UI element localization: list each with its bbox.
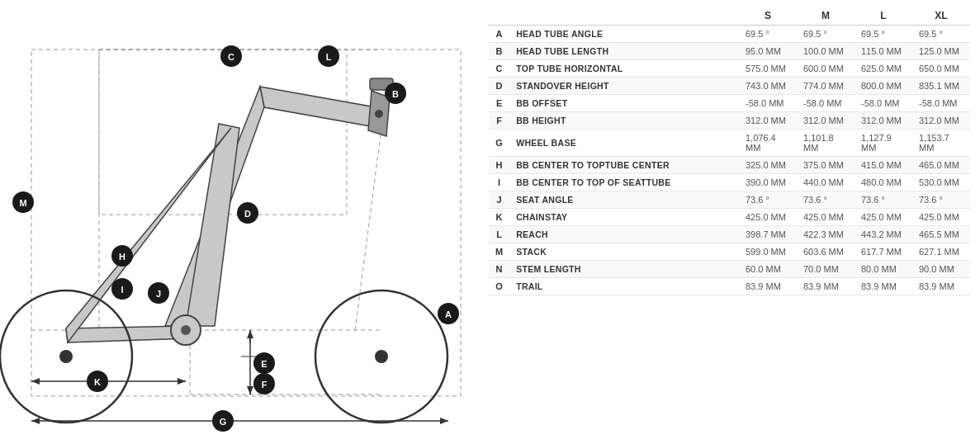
row-s: 398.7 MM (739, 226, 797, 243)
svg-text:D: D (244, 209, 251, 219)
svg-text:L: L (326, 52, 332, 62)
row-xl: 125.0 MM (912, 43, 970, 60)
row-label: BB CENTER TO TOPTUBE CENTER (509, 157, 739, 174)
table-row: G WHEEL BASE 1,076.4 MM 1,101.8 MM 1,127… (489, 130, 970, 157)
table-row: K CHAINSTAY 425.0 MM 425.0 MM 425.0 MM 4… (489, 209, 970, 226)
svg-text:G: G (220, 417, 227, 427)
row-l: 480.0 MM (855, 174, 912, 191)
row-m: 70.0 MM (797, 261, 855, 278)
row-s: -58.0 MM (739, 95, 797, 112)
row-xl: 1,153.7 MM (912, 130, 970, 157)
row-l: 83.9 MM (855, 278, 912, 295)
row-xl: 73.6 ° (912, 191, 970, 209)
row-id: H (489, 157, 509, 174)
geometry-table-panel: S M L XL A HEAD TUBE ANGLE 69.5 ° 69.5 °… (479, 0, 980, 444)
col-header-xl: XL (912, 7, 970, 26)
row-s: 390.0 MM (739, 174, 797, 191)
row-l: 80.0 MM (855, 261, 912, 278)
row-s: 1,076.4 MM (739, 130, 797, 157)
row-id: J (489, 191, 509, 209)
row-label: STACK (509, 243, 739, 261)
svg-text:K: K (94, 377, 101, 387)
svg-rect-0 (0, 0, 479, 444)
table-row: N STEM LENGTH 60.0 MM 70.0 MM 80.0 MM 90… (489, 261, 970, 278)
row-xl: 835.1 MM (912, 78, 970, 95)
table-row: F BB HEIGHT 312.0 MM 312.0 MM 312.0 MM 3… (489, 112, 970, 130)
row-id: C (489, 60, 509, 78)
row-l: 312.0 MM (855, 112, 912, 130)
geometry-table: S M L XL A HEAD TUBE ANGLE 69.5 ° 69.5 °… (489, 7, 970, 295)
row-s: 95.0 MM (739, 43, 797, 60)
row-label: HEAD TUBE ANGLE (509, 26, 739, 43)
col-header-label (509, 7, 739, 26)
row-s: 325.0 MM (739, 157, 797, 174)
row-l: 800.0 MM (855, 78, 912, 95)
svg-text:E: E (261, 359, 267, 369)
row-xl: 83.9 MM (912, 278, 970, 295)
row-s: 73.6 ° (739, 191, 797, 209)
row-l: 415.0 MM (855, 157, 912, 174)
row-label: BB CENTER TO TOP OF SEATTUBE (509, 174, 739, 191)
row-m: 100.0 MM (797, 43, 855, 60)
svg-text:B: B (392, 89, 399, 99)
row-l: 73.6 ° (855, 191, 912, 209)
row-xl: 627.1 MM (912, 243, 970, 261)
row-m: 600.0 MM (797, 60, 855, 78)
row-l: 115.0 MM (855, 43, 912, 60)
table-row: A HEAD TUBE ANGLE 69.5 ° 69.5 ° 69.5 ° 6… (489, 26, 970, 43)
svg-text:M: M (19, 198, 26, 208)
row-xl: -58.0 MM (912, 95, 970, 112)
table-row: M STACK 599.0 MM 603.6 MM 617.7 MM 627.1… (489, 243, 970, 261)
row-label: STANDOVER HEIGHT (509, 78, 739, 95)
row-l: 425.0 MM (855, 209, 912, 226)
col-header-l: L (855, 7, 912, 26)
row-m: -58.0 MM (797, 95, 855, 112)
svg-text:C: C (228, 52, 234, 62)
bike-diagram-panel: A B C D E F G H I J K L M (0, 0, 479, 444)
col-header-s: S (739, 7, 797, 26)
svg-point-24 (375, 110, 383, 118)
row-id: M (489, 243, 509, 261)
row-m: 440.0 MM (797, 174, 855, 191)
svg-text:H: H (119, 252, 125, 262)
row-m: 83.9 MM (797, 278, 855, 295)
row-m: 1,101.8 MM (797, 130, 855, 157)
row-l: 443.2 MM (855, 226, 912, 243)
row-l: 617.7 MM (855, 243, 912, 261)
row-l: 1,127.9 MM (855, 130, 912, 157)
row-id: I (489, 174, 509, 191)
row-label: REACH (509, 226, 739, 243)
row-id: G (489, 130, 509, 157)
row-xl: 425.0 MM (912, 209, 970, 226)
row-m: 422.3 MM (797, 226, 855, 243)
row-xl: 530.0 MM (912, 174, 970, 191)
row-s: 69.5 ° (739, 26, 797, 43)
row-label: TOP TUBE HORIZONTAL (509, 60, 739, 78)
row-label: HEAD TUBE LENGTH (509, 43, 739, 60)
table-row: I BB CENTER TO TOP OF SEATTUBE 390.0 MM … (489, 174, 970, 191)
row-m: 375.0 MM (797, 157, 855, 174)
svg-point-20 (59, 350, 73, 363)
row-m: 425.0 MM (797, 209, 855, 226)
row-id: E (489, 95, 509, 112)
row-l: 625.0 MM (855, 60, 912, 78)
row-id: L (489, 226, 509, 243)
row-m: 312.0 MM (797, 112, 855, 130)
row-xl: 312.0 MM (912, 112, 970, 130)
row-label: STEM LENGTH (509, 261, 739, 278)
row-m: 69.5 ° (797, 26, 855, 43)
row-id: N (489, 261, 509, 278)
row-s: 599.0 MM (739, 243, 797, 261)
table-row: B HEAD TUBE LENGTH 95.0 MM 100.0 MM 115.… (489, 43, 970, 60)
row-id: F (489, 112, 509, 130)
table-row: L REACH 398.7 MM 422.3 MM 443.2 MM 465.5… (489, 226, 970, 243)
row-label: BB HEIGHT (509, 112, 739, 130)
row-xl: 650.0 MM (912, 60, 970, 78)
table-row: J SEAT ANGLE 73.6 ° 73.6 ° 73.6 ° 73.6 ° (489, 191, 970, 209)
row-s: 743.0 MM (739, 78, 797, 95)
row-id: A (489, 26, 509, 43)
row-id: D (489, 78, 509, 95)
row-s: 312.0 MM (739, 112, 797, 130)
svg-point-22 (181, 325, 191, 335)
row-s: 60.0 MM (739, 261, 797, 278)
